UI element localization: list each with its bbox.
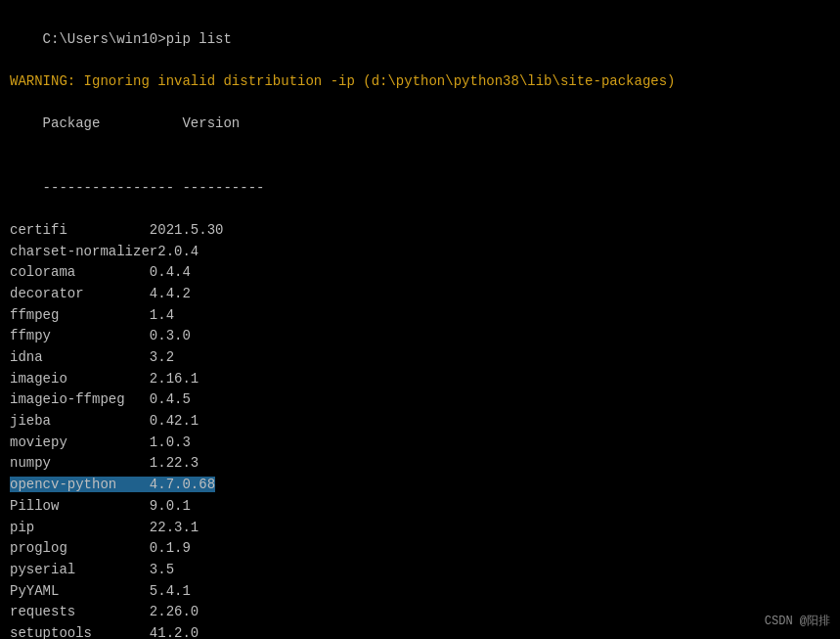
table-row: requests 2.26.0 — [10, 602, 830, 623]
pkg-entry: proglog 0.1.9 — [10, 540, 191, 556]
pkg-entry: moviepy 1.0.3 — [10, 434, 191, 450]
package-list: certifi 2021.5.30charset-normalizer2.0.4… — [10, 220, 830, 639]
divider: ---------------- ---------- — [43, 180, 265, 196]
table-row: proglog 0.1.9 — [10, 538, 830, 560]
header-package: Package Version — [43, 115, 241, 131]
pkg-entry: idna 3.2 — [10, 349, 174, 365]
pkg-entry: imageio-ffmpeg 0.4.5 — [10, 391, 191, 407]
table-row: setuptools 41.2.0 — [10, 623, 830, 639]
table-row: PyYAML 5.4.1 — [10, 581, 830, 603]
warning-line-1: WARNING: Ignoring invalid distribution -… — [10, 71, 830, 93]
pkg-entry: pip 22.3.1 — [10, 520, 199, 535]
table-divider: ---------------- ---------- — [10, 157, 830, 220]
command: pip list — [166, 31, 232, 47]
pkg-entry: ffmpeg 1.4 — [10, 307, 174, 323]
pkg-entry: jieba 0.42.1 — [10, 413, 199, 429]
table-row: idna 3.2 — [10, 347, 830, 369]
highlighted-row: opencv-python 4.7.0.68 — [10, 477, 215, 492]
pkg-entry: imageio 2.16.1 — [10, 371, 199, 387]
pkg-entry: setuptools 41.2.0 — [10, 625, 199, 639]
terminal-window: C:\Users\win10>pip list WARNING: Ignorin… — [0, 0, 840, 639]
pkg-entry: PyYAML 5.4.1 — [10, 583, 191, 599]
pkg-entry: pyserial 3.5 — [10, 562, 174, 577]
pkg-entry: charset-normalizer2.0.4 — [10, 244, 199, 259]
watermark: CSDN @阳排 — [765, 613, 830, 629]
prompt: C:\Users\win10> — [43, 31, 166, 47]
pkg-entry: requests 2.26.0 — [10, 604, 199, 619]
pkg-entry: certifi 2021.5.30 — [10, 222, 223, 238]
table-row: jieba 0.42.1 — [10, 411, 830, 433]
pkg-entry: ffmpy 0.3.0 — [10, 328, 191, 343]
table-row: imageio-ffmpeg 0.4.5 — [10, 389, 830, 411]
pkg-entry: Pillow 9.0.1 — [10, 498, 191, 514]
table-header: Package Version — [10, 93, 830, 157]
table-row: imageio 2.16.1 — [10, 369, 830, 390]
table-row: colorama 0.4.4 — [10, 262, 830, 284]
table-row: ffmpy 0.3.0 — [10, 326, 830, 347]
table-row: numpy 1.22.3 — [10, 453, 830, 475]
table-row: pyserial 3.5 — [10, 560, 830, 581]
table-row: certifi 2021.5.30 — [10, 220, 830, 242]
pkg-entry: decorator 4.4.2 — [10, 286, 191, 301]
table-row: opencv-python 4.7.0.68 — [10, 475, 830, 496]
table-row: pip 22.3.1 — [10, 518, 830, 539]
table-row: charset-normalizer2.0.4 — [10, 242, 830, 263]
command-line: C:\Users\win10>pip list — [10, 8, 830, 71]
table-row: decorator 4.4.2 — [10, 284, 830, 305]
table-row: ffmpeg 1.4 — [10, 305, 830, 327]
pkg-entry: numpy 1.22.3 — [10, 455, 199, 471]
pkg-entry: colorama 0.4.4 — [10, 264, 191, 280]
table-row: Pillow 9.0.1 — [10, 496, 830, 518]
table-row: moviepy 1.0.3 — [10, 433, 830, 454]
